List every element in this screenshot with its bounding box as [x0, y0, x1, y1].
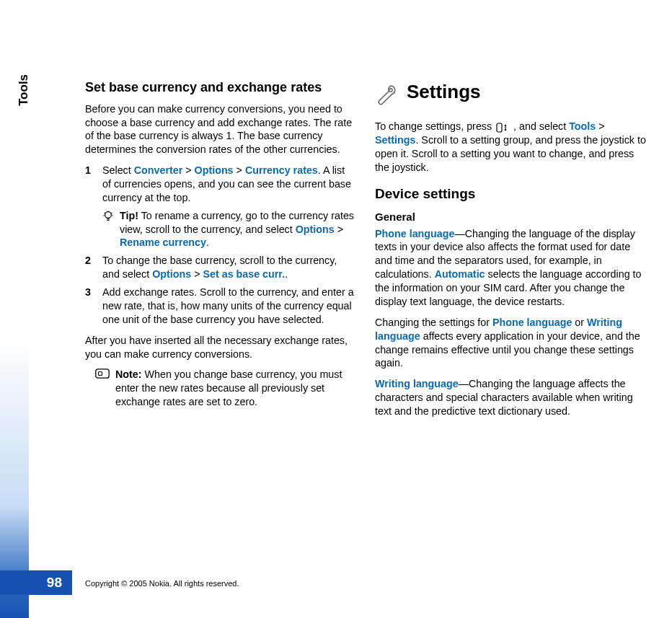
after-steps-paragraph: After you have inserted all the necessar…	[85, 334, 356, 361]
lightbulb-icon	[102, 211, 114, 222]
body-text: Changing the settings for	[375, 317, 492, 328]
svg-point-3	[389, 89, 392, 92]
menu-key-icon	[496, 123, 509, 133]
steps-list: 1 Select Converter > Options > Currency …	[85, 164, 356, 326]
tip-text: >	[335, 224, 343, 235]
svg-point-6	[505, 128, 506, 130]
note-label: Note:	[115, 368, 142, 380]
step-number: 1	[85, 164, 91, 177]
ui-settings: Settings	[375, 134, 415, 146]
ui-currency-rates: Currency rates	[245, 164, 318, 176]
heading-settings: Settings	[407, 79, 481, 104]
heading-device-settings: Device settings	[375, 185, 646, 203]
ui-converter: Converter	[134, 164, 183, 176]
settings-intro: To change settings, press , and select T…	[375, 120, 646, 174]
note-text: When you change base currency, you must …	[115, 368, 342, 407]
svg-rect-2	[99, 372, 102, 376]
settings-text: . Scroll to a setting group, and press t…	[375, 134, 646, 173]
ui-phone-language: Phone language	[492, 317, 572, 328]
ui-rename-currency: Rename currency	[120, 237, 206, 248]
svg-point-5	[505, 124, 506, 125]
intro-paragraph: Before you can make currency conversions…	[85, 102, 356, 156]
ui-tools: Tools	[569, 120, 596, 132]
heading-base-currency: Set base currency and exchange rates	[85, 79, 356, 97]
left-column: Set base currency and exchange rates Bef…	[85, 79, 356, 572]
step-text: .	[285, 268, 288, 280]
settings-heading-row: Settings	[375, 79, 646, 110]
svg-point-0	[105, 211, 112, 218]
body-text: or	[572, 317, 587, 328]
tip-text: .	[206, 237, 209, 248]
list-item: 2 To change the base currency, scroll to…	[85, 254, 356, 281]
ui-writing-language: Writing language	[375, 378, 459, 389]
language-effect-paragraph: Changing the settings for Phone language…	[375, 316, 646, 370]
page-number: 98	[0, 570, 72, 595]
svg-rect-4	[497, 123, 502, 132]
list-item: 1 Select Converter > Options > Currency …	[85, 164, 356, 250]
tip-block: Tip! To rename a currency, go to the cur…	[102, 209, 356, 250]
tip-label: Tip!	[120, 210, 138, 221]
ui-phone-language: Phone language	[375, 228, 454, 239]
note-block: Note: When you change base currency, you…	[85, 368, 356, 409]
step-text: Add exchange rates. Scroll to the curren…	[102, 286, 354, 325]
heading-general: General	[375, 210, 646, 224]
ui-options: Options	[296, 224, 335, 235]
ui-set-base-curr: Set as base curr.	[203, 268, 285, 280]
content-area: Set base currency and exchange rates Bef…	[85, 79, 646, 572]
writing-language-paragraph: Writing language—Changing the language a…	[375, 377, 646, 418]
copyright: Copyright © 2005 Nokia. All rights reser…	[85, 579, 239, 588]
step-text: >	[234, 164, 245, 176]
right-column: Settings To change settings, press , and…	[375, 79, 646, 572]
section-label: Tools	[17, 74, 31, 106]
settings-text: To change settings, press	[375, 120, 495, 132]
settings-text: , and select	[510, 120, 569, 132]
step-text: >	[191, 268, 203, 280]
step-text: >	[182, 164, 194, 176]
step-number: 3	[85, 286, 91, 299]
step-number: 2	[85, 254, 91, 268]
settings-text: >	[596, 120, 604, 132]
ui-options: Options	[195, 164, 234, 176]
list-item: 3 Add exchange rates. Scroll to the curr…	[85, 286, 356, 327]
note-icon	[95, 368, 110, 379]
ui-automatic: Automatic	[435, 268, 485, 280]
ui-options: Options	[152, 268, 191, 280]
step-text: Select	[102, 164, 134, 176]
phone-language-paragraph: Phone language—Changing the language of …	[375, 227, 646, 309]
wrench-icon	[375, 83, 398, 106]
